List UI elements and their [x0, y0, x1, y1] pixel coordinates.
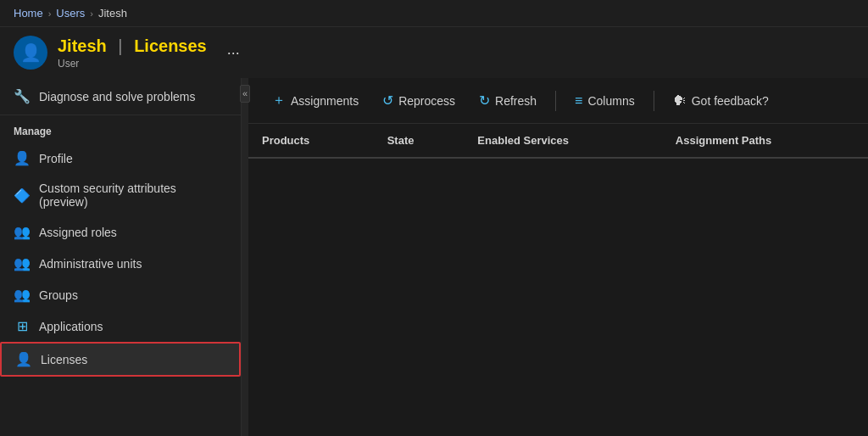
security-icon: 🔷 [14, 187, 31, 204]
breadcrumb-current: Jitesh [98, 7, 127, 20]
columns-icon: ≡ [575, 93, 582, 109]
assignments-button[interactable]: ＋ Assignments [262, 87, 369, 115]
sidebar-licenses-label: Licenses [41, 353, 87, 366]
breadcrumb-users[interactable]: Users [56, 7, 85, 20]
licenses-icon: 👤 [15, 351, 32, 367]
avatar: 👤 [14, 36, 47, 70]
column-products[interactable]: Products [248, 124, 374, 158]
breadcrumb-sep-1: › [48, 8, 52, 19]
sidebar-profile-label: Profile [39, 152, 73, 165]
feedback-icon: 🗣 [673, 93, 687, 109]
sidebar-groups-label: Groups [39, 288, 78, 302]
table-header-row: Products State Enabled Services Assignme… [248, 124, 868, 158]
feedback-button[interactable]: 🗣 Got feedback? [663, 88, 779, 114]
page-header: 👤 Jitesh | Licenses User ··· [0, 27, 868, 78]
sidebar-admin-label: Administrative units [39, 257, 142, 271]
wrench-icon: 🔧 [14, 88, 31, 104]
user-avatar-icon: 👤 [20, 42, 42, 63]
profile-icon: 👤 [14, 150, 31, 166]
sidebar-item-assigned-roles[interactable]: 👥 Assigned roles [0, 216, 241, 248]
sidebar-item-admin-units[interactable]: 👥 Administrative units [0, 248, 241, 279]
column-assignment-paths[interactable]: Assignment Paths [662, 124, 868, 158]
assigned-roles-icon: 👥 [14, 224, 31, 240]
breadcrumb: Home › Users › Jitesh [0, 0, 868, 27]
assignments-label: Assignments [291, 94, 359, 108]
page-subtitle: User [58, 58, 207, 70]
breadcrumb-home[interactable]: Home [14, 7, 43, 20]
title-separator: | [114, 36, 127, 55]
plus-icon: ＋ [272, 92, 286, 109]
reprocess-icon: ↺ [382, 92, 393, 109]
sidebar-collapse-button[interactable]: « [240, 85, 250, 103]
title-group: Jitesh | Licenses User [58, 36, 207, 70]
sidebar-security-label: Custom security attributes(preview) [39, 182, 176, 209]
columns-label: Columns [587, 94, 634, 108]
column-state[interactable]: State [374, 124, 465, 158]
feedback-label: Got feedback? [692, 94, 769, 108]
sidebar-item-profile[interactable]: 👤 Profile [0, 143, 241, 174]
sidebar-section-manage: Manage [0, 115, 241, 143]
breadcrumb-sep-2: › [90, 8, 93, 19]
licenses-table: Products State Enabled Services Assignme… [248, 124, 868, 159]
reprocess-label: Reprocess [398, 94, 455, 108]
more-options-button[interactable]: ··· [220, 41, 247, 65]
sidebar-applications-label: Applications [39, 320, 103, 333]
admin-units-icon: 👥 [14, 255, 31, 271]
user-name: Jitesh [58, 36, 107, 55]
page-title: Jitesh | Licenses [58, 36, 207, 56]
reprocess-button[interactable]: ↺ Reprocess [372, 87, 465, 114]
sidebar-diagnose-label: Diagnose and solve problems [39, 90, 195, 103]
column-enabled-services[interactable]: Enabled Services [464, 124, 662, 158]
columns-button[interactable]: ≡ Columns [565, 88, 645, 114]
sidebar-item-groups[interactable]: 👥 Groups [0, 279, 241, 310]
toolbar-divider-2 [654, 91, 654, 111]
sidebar-scrollbar: « [242, 78, 248, 436]
sidebar-roles-label: Assigned roles [39, 226, 117, 239]
toolbar: ＋ Assignments ↺ Reprocess ↻ Refresh ≡ Co… [248, 78, 868, 124]
content-area: ＋ Assignments ↺ Reprocess ↻ Refresh ≡ Co… [248, 78, 868, 436]
sidebar: 🔧 Diagnose and solve problems Manage 👤 P… [0, 78, 242, 436]
page-section: Licenses [134, 36, 207, 55]
applications-icon: ⊞ [14, 318, 31, 334]
groups-icon: 👥 [14, 287, 31, 303]
sidebar-item-applications[interactable]: ⊞ Applications [0, 310, 241, 342]
toolbar-divider-1 [555, 91, 556, 111]
sidebar-item-diagnose[interactable]: 🔧 Diagnose and solve problems [0, 78, 241, 115]
refresh-icon: ↻ [479, 92, 490, 109]
sidebar-item-licenses[interactable]: 👤 Licenses [0, 342, 241, 377]
refresh-button[interactable]: ↻ Refresh [469, 87, 547, 114]
refresh-label: Refresh [495, 94, 537, 108]
main-layout: 🔧 Diagnose and solve problems Manage 👤 P… [0, 78, 868, 436]
table-container: Products State Enabled Services Assignme… [248, 124, 868, 436]
sidebar-item-custom-security[interactable]: 🔷 Custom security attributes(preview) [0, 174, 241, 216]
